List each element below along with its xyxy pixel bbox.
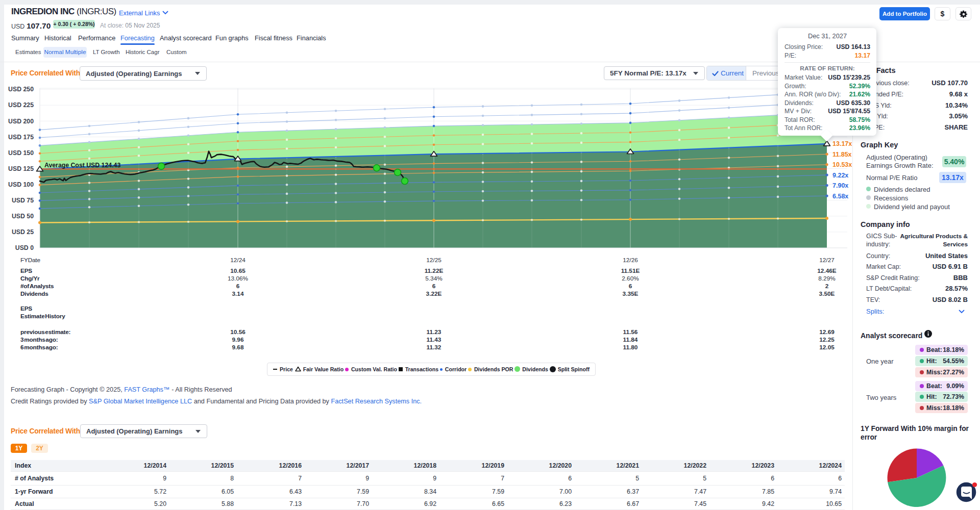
svg-text:9.22x: 9.22x (832, 172, 848, 179)
svg-text:13.17x: 13.17x (832, 140, 852, 147)
svg-text:USD 175: USD 175 (8, 134, 34, 141)
svg-text:11.85x: 11.85x (832, 151, 852, 158)
svg-text:10.53x: 10.53x (832, 161, 852, 168)
svg-text:USD 150: USD 150 (8, 149, 34, 157)
svg-text:6.58x: 6.58x (832, 193, 848, 200)
svg-text:USD 50: USD 50 (12, 213, 34, 220)
svg-text:USD 25: USD 25 (12, 228, 34, 236)
svg-text:Average Cost USD 124.43: Average Cost USD 124.43 (44, 162, 120, 169)
svg-text:USD 225: USD 225 (8, 101, 34, 109)
svg-text:7.90x: 7.90x (832, 182, 848, 189)
svg-text:USD 75: USD 75 (12, 197, 34, 204)
svg-text:USD 200: USD 200 (8, 118, 34, 125)
svg-text:USD 100: USD 100 (8, 181, 34, 188)
svg-text:USD 250: USD 250 (8, 86, 34, 93)
svg-text:USD 125: USD 125 (8, 165, 34, 172)
svg-text:USD 0: USD 0 (15, 244, 34, 251)
